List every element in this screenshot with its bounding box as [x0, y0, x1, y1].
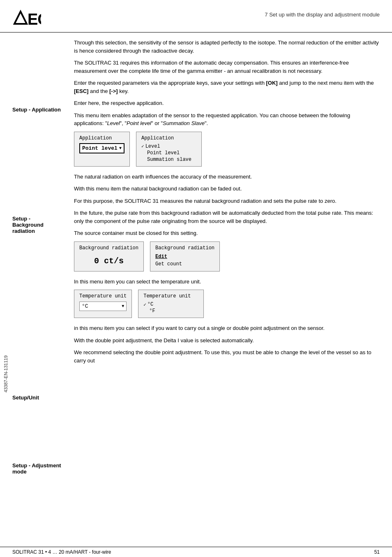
setup-adjustment-label-area: Setup - Adjustment mode — [12, 454, 62, 475]
logo-area: EGA — [12, 7, 41, 28]
adj-desc2: With the double point adjustment, the De… — [74, 337, 380, 345]
setup-adjustment-label: Setup - Adjustment mode — [12, 454, 62, 475]
header-title: 7 Set up with the display and adjustment… — [265, 12, 380, 18]
unit-box1-value: °C — [82, 303, 88, 309]
arrow-key: [->] — [109, 88, 118, 94]
app-box1-select[interactable]: Point level ▼ — [79, 143, 125, 153]
page-footer: SOLITRAC 31 • 4 … 20 mA/HART - four-wire… — [0, 547, 392, 557]
unit-box1: Temperature unit °C ▼ — [74, 290, 132, 318]
bg-desc4: In the future, the pulse rate from this … — [74, 209, 380, 225]
setup-application-label-area: Setup - Application — [12, 98, 62, 113]
bgrad-getcount-item[interactable]: Get count — [155, 260, 214, 268]
page-wrapper: EGA 7 Set up with the display and adjust… — [0, 0, 392, 557]
adj-desc3: We recommend selecting the double point … — [74, 348, 380, 364]
application-boxes-row: Application Point level ▼ Application Le… — [74, 132, 380, 167]
unit-box1-title: Temperature unit — [79, 293, 127, 299]
app-box1-value: Point level — [82, 145, 118, 151]
svg-marker-0 — [14, 12, 27, 24]
app-box1-title: Application — [79, 135, 125, 141]
application-box1: Application Point level ▼ — [74, 132, 130, 167]
ok-key: [OK] — [266, 80, 278, 86]
logo: EGA — [12, 7, 41, 28]
footer-left: SOLITRAC 31 • 4 … 20 mA/HART - four-wire — [12, 549, 111, 555]
footer-right: 51 — [374, 549, 380, 555]
dropdown-arrow-icon: ▼ — [119, 146, 122, 151]
bgrad-box1-value: 0 ct/s — [79, 253, 138, 268]
right-content: Through this selection, the sensitivity … — [70, 32, 392, 475]
bgrad-edit-item[interactable]: Edit — [155, 253, 214, 260]
content-area: 43387-EN-131119 Setup - Application Setu… — [0, 32, 392, 475]
margin-code: 43387-EN-131119 — [3, 355, 8, 392]
setup-app-desc2: This menu item enables adaptation of the… — [74, 111, 380, 128]
intro-p1: Through this selection, the sensitivity … — [74, 39, 380, 55]
setup-app-desc1: Enter here, the respective application. — [74, 99, 380, 107]
setup-background-label-area: Setup - Background radiation — [12, 207, 62, 234]
unit-box2: Temperature unit °C °F — [138, 290, 204, 318]
unit-box2-title: Temperature unit — [143, 293, 198, 299]
bgrad-box2-title: Background radiation — [155, 245, 214, 251]
setup-unit-label: Setup/Unit — [12, 386, 62, 401]
left-margin: 43387-EN-131119 Setup - Application Setu… — [0, 32, 70, 475]
app-dropdown-summation[interactable]: Summation slave — [141, 156, 196, 163]
setup-background-label: Setup - Background radiation — [12, 207, 62, 234]
setup-background-section: The natural radiation on earth influence… — [74, 173, 380, 272]
unit-select[interactable]: °C ▼ — [79, 302, 127, 311]
unit-fahrenheit-item[interactable]: °F — [143, 308, 198, 314]
vega-logo-icon: EGA — [12, 7, 41, 28]
bg-desc5: The source container must be closed for … — [74, 229, 380, 237]
unit-desc1: In this menu item you can select the tem… — [74, 278, 380, 286]
bgrad-box1: Background radiation 0 ct/s — [74, 241, 144, 272]
unit-dropdown-arrow-icon: ▼ — [122, 304, 124, 309]
intro-p3: Enter the requested parameters via the a… — [74, 79, 380, 95]
unit-celsius-item[interactable]: °C — [143, 301, 198, 308]
background-boxes-row: Background radiation 0 ct/s Background r… — [74, 241, 380, 272]
bgrad-box2-items: Edit Get count — [155, 253, 214, 268]
setup-adjustment-section: in this menu item you can select if you … — [74, 324, 380, 364]
app-dropdown-pointlevel[interactable]: Point level — [141, 150, 196, 156]
bgrad-box1-title: Background radiation — [79, 245, 138, 251]
application-box2: Application Level Point level Summation … — [136, 132, 202, 167]
adj-desc1: in this menu item you can select if you … — [74, 324, 380, 332]
setup-unit-section: In this menu item you can select the tem… — [74, 278, 380, 318]
app-box2-title: Application — [141, 135, 196, 141]
bg-desc3: For this purpose, the SOLITRAC 31 measur… — [74, 197, 380, 205]
page-header: EGA 7 Set up with the display and adjust… — [0, 0, 392, 32]
bg-desc2: With this menu item the natural backgrou… — [74, 185, 380, 193]
intro-p2: The SOLITRAC 31 requires this informatio… — [74, 59, 380, 75]
app-dropdown-level[interactable]: Level — [141, 143, 196, 150]
esc-key: [ESC] — [74, 88, 88, 94]
setup-application-section: Enter here, the respective application. … — [74, 99, 380, 167]
unit-boxes-row: Temperature unit °C ▼ Temperature unit °… — [74, 290, 380, 318]
bgrad-box2: Background radiation Edit Get count — [150, 241, 220, 272]
setup-unit-label-area: Setup/Unit — [12, 386, 62, 401]
svg-text:EGA: EGA — [28, 11, 41, 28]
setup-application-label: Setup - Application — [12, 98, 62, 113]
bg-desc1: The natural radiation on earth influence… — [74, 173, 380, 181]
